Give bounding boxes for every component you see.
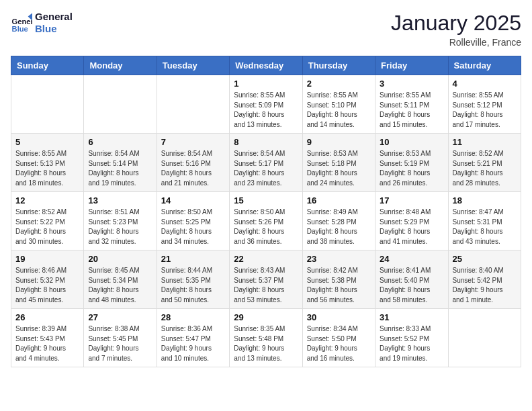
day-info: Sunrise: 8:54 AM Sunset: 5:16 PM Dayligh… xyxy=(161,149,225,188)
calendar-cell: 11Sunrise: 8:52 AM Sunset: 5:21 PM Dayli… xyxy=(448,134,521,192)
weekday-header-sunday: Sunday xyxy=(11,56,84,75)
weekday-header-friday: Friday xyxy=(375,56,448,75)
day-number: 21 xyxy=(161,254,225,264)
calendar-cell: 9Sunrise: 8:53 AM Sunset: 5:18 PM Daylig… xyxy=(302,134,375,192)
calendar-cell: 3Sunrise: 8:55 AM Sunset: 5:11 PM Daylig… xyxy=(375,75,448,134)
weekday-header-wednesday: Wednesday xyxy=(230,56,302,75)
calendar-cell: 16Sunrise: 8:49 AM Sunset: 5:28 PM Dayli… xyxy=(302,192,375,250)
day-number: 25 xyxy=(453,254,517,264)
calendar-cell: 20Sunrise: 8:45 AM Sunset: 5:34 PM Dayli… xyxy=(84,250,157,309)
day-number: 2 xyxy=(307,79,371,89)
day-info: Sunrise: 8:39 AM Sunset: 5:43 PM Dayligh… xyxy=(15,324,79,363)
calendar-cell: 14Sunrise: 8:50 AM Sunset: 5:25 PM Dayli… xyxy=(157,192,229,250)
day-number: 17 xyxy=(380,195,443,205)
calendar-cell: 4Sunrise: 8:55 AM Sunset: 5:12 PM Daylig… xyxy=(448,75,521,134)
day-info: Sunrise: 8:49 AM Sunset: 5:28 PM Dayligh… xyxy=(307,208,371,246)
svg-text:General: General xyxy=(12,17,32,26)
day-info: Sunrise: 8:53 AM Sunset: 5:19 PM Dayligh… xyxy=(380,149,443,188)
day-number: 12 xyxy=(15,195,79,205)
day-info: Sunrise: 8:50 AM Sunset: 5:25 PM Dayligh… xyxy=(161,208,225,246)
day-number: 24 xyxy=(380,254,443,264)
weekday-header-tuesday: Tuesday xyxy=(157,56,229,75)
day-number: 18 xyxy=(453,195,517,205)
day-info: Sunrise: 8:46 AM Sunset: 5:32 PM Dayligh… xyxy=(15,266,79,305)
day-info: Sunrise: 8:48 AM Sunset: 5:29 PM Dayligh… xyxy=(380,208,443,246)
logo: General Blue General Blue xyxy=(11,11,73,35)
calendar-cell: 24Sunrise: 8:41 AM Sunset: 5:40 PM Dayli… xyxy=(375,250,448,309)
day-info: Sunrise: 8:47 AM Sunset: 5:31 PM Dayligh… xyxy=(453,208,517,246)
week-row-2: 5Sunrise: 8:55 AM Sunset: 5:13 PM Daylig… xyxy=(11,134,521,192)
day-info: Sunrise: 8:52 AM Sunset: 5:22 PM Dayligh… xyxy=(15,208,79,246)
calendar-cell: 28Sunrise: 8:36 AM Sunset: 5:47 PM Dayli… xyxy=(157,309,229,367)
week-row-5: 26Sunrise: 8:39 AM Sunset: 5:43 PM Dayli… xyxy=(11,309,521,367)
week-row-4: 19Sunrise: 8:46 AM Sunset: 5:32 PM Dayli… xyxy=(11,250,521,309)
calendar-cell xyxy=(448,309,521,367)
calendar-cell: 22Sunrise: 8:43 AM Sunset: 5:37 PM Dayli… xyxy=(230,250,302,309)
day-number: 23 xyxy=(307,254,371,264)
day-info: Sunrise: 8:38 AM Sunset: 5:45 PM Dayligh… xyxy=(88,324,152,363)
day-number: 3 xyxy=(380,79,443,89)
calendar-cell: 18Sunrise: 8:47 AM Sunset: 5:31 PM Dayli… xyxy=(448,192,521,250)
calendar-cell: 10Sunrise: 8:53 AM Sunset: 5:19 PM Dayli… xyxy=(375,134,448,192)
calendar-cell: 23Sunrise: 8:42 AM Sunset: 5:38 PM Dayli… xyxy=(302,250,375,309)
day-number: 28 xyxy=(161,312,225,322)
calendar-cell: 13Sunrise: 8:51 AM Sunset: 5:23 PM Dayli… xyxy=(84,192,157,250)
day-info: Sunrise: 8:33 AM Sunset: 5:52 PM Dayligh… xyxy=(380,324,443,363)
day-number: 27 xyxy=(88,312,152,322)
day-info: Sunrise: 8:44 AM Sunset: 5:35 PM Dayligh… xyxy=(161,266,225,305)
month-title: January 2025 xyxy=(391,11,521,36)
day-number: 20 xyxy=(88,254,152,264)
week-row-1: 1Sunrise: 8:55 AM Sunset: 5:09 PM Daylig… xyxy=(11,75,521,134)
calendar-cell: 26Sunrise: 8:39 AM Sunset: 5:43 PM Dayli… xyxy=(11,309,84,367)
day-info: Sunrise: 8:35 AM Sunset: 5:48 PM Dayligh… xyxy=(234,324,298,363)
day-info: Sunrise: 8:55 AM Sunset: 5:12 PM Dayligh… xyxy=(453,91,517,130)
location: Rolleville, France xyxy=(391,37,521,48)
day-info: Sunrise: 8:43 AM Sunset: 5:37 PM Dayligh… xyxy=(234,266,298,305)
day-number: 14 xyxy=(161,195,225,205)
day-info: Sunrise: 8:52 AM Sunset: 5:21 PM Dayligh… xyxy=(453,149,517,188)
day-number: 1 xyxy=(234,79,298,89)
day-info: Sunrise: 8:50 AM Sunset: 5:26 PM Dayligh… xyxy=(234,208,298,246)
calendar-cell: 12Sunrise: 8:52 AM Sunset: 5:22 PM Dayli… xyxy=(11,192,84,250)
calendar-cell: 25Sunrise: 8:40 AM Sunset: 5:42 PM Dayli… xyxy=(448,250,521,309)
calendar-cell xyxy=(84,75,157,134)
day-info: Sunrise: 8:55 AM Sunset: 5:13 PM Dayligh… xyxy=(15,149,79,188)
calendar-cell: 31Sunrise: 8:33 AM Sunset: 5:52 PM Dayli… xyxy=(375,309,448,367)
logo-icon: General Blue xyxy=(11,12,32,34)
day-info: Sunrise: 8:55 AM Sunset: 5:11 PM Dayligh… xyxy=(380,91,443,130)
day-number: 5 xyxy=(15,137,79,147)
day-info: Sunrise: 8:54 AM Sunset: 5:17 PM Dayligh… xyxy=(234,149,298,188)
calendar-cell: 7Sunrise: 8:54 AM Sunset: 5:16 PM Daylig… xyxy=(157,134,229,192)
logo-general: General xyxy=(35,11,73,23)
page-header: General Blue General Blue January 2025 R… xyxy=(11,11,521,48)
day-info: Sunrise: 8:40 AM Sunset: 5:42 PM Dayligh… xyxy=(453,266,517,305)
weekday-header-monday: Monday xyxy=(84,56,157,75)
day-info: Sunrise: 8:54 AM Sunset: 5:14 PM Dayligh… xyxy=(88,149,152,188)
calendar-table: SundayMondayTuesdayWednesdayThursdayFrid… xyxy=(11,56,521,367)
calendar-cell: 5Sunrise: 8:55 AM Sunset: 5:13 PM Daylig… xyxy=(11,134,84,192)
day-info: Sunrise: 8:55 AM Sunset: 5:10 PM Dayligh… xyxy=(307,91,371,130)
weekday-header-row: SundayMondayTuesdayWednesdayThursdayFrid… xyxy=(11,56,521,75)
day-number: 22 xyxy=(234,254,298,264)
day-number: 19 xyxy=(15,254,79,264)
day-number: 11 xyxy=(453,137,517,147)
day-number: 13 xyxy=(88,195,152,205)
day-info: Sunrise: 8:42 AM Sunset: 5:38 PM Dayligh… xyxy=(307,266,371,305)
day-number: 16 xyxy=(307,195,371,205)
day-number: 29 xyxy=(234,312,298,322)
logo-blue: Blue xyxy=(35,23,73,35)
day-info: Sunrise: 8:51 AM Sunset: 5:23 PM Dayligh… xyxy=(88,208,152,246)
calendar-cell xyxy=(157,75,229,134)
week-row-3: 12Sunrise: 8:52 AM Sunset: 5:22 PM Dayli… xyxy=(11,192,521,250)
calendar-cell: 17Sunrise: 8:48 AM Sunset: 5:29 PM Dayli… xyxy=(375,192,448,250)
day-number: 15 xyxy=(234,195,298,205)
day-info: Sunrise: 8:34 AM Sunset: 5:50 PM Dayligh… xyxy=(307,324,371,363)
calendar-cell: 29Sunrise: 8:35 AM Sunset: 5:48 PM Dayli… xyxy=(230,309,302,367)
day-info: Sunrise: 8:55 AM Sunset: 5:09 PM Dayligh… xyxy=(234,91,298,130)
day-number: 30 xyxy=(307,312,371,322)
calendar-cell: 1Sunrise: 8:55 AM Sunset: 5:09 PM Daylig… xyxy=(230,75,302,134)
day-info: Sunrise: 8:36 AM Sunset: 5:47 PM Dayligh… xyxy=(161,324,225,363)
calendar-cell: 30Sunrise: 8:34 AM Sunset: 5:50 PM Dayli… xyxy=(302,309,375,367)
title-block: January 2025 Rolleville, France xyxy=(391,11,521,48)
day-number: 26 xyxy=(15,312,79,322)
